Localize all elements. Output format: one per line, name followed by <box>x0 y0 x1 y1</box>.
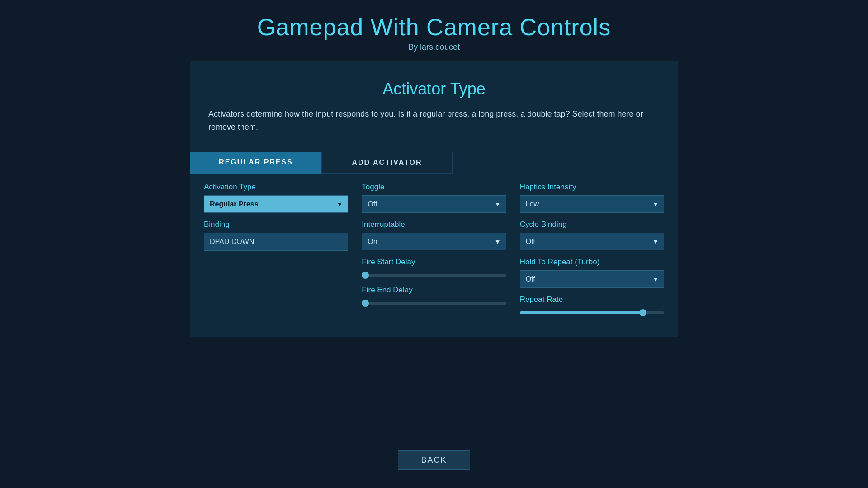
fire-start-delay-slider[interactable] <box>362 274 506 277</box>
repeat-rate-label: Repeat Rate <box>520 295 664 304</box>
binding-group: Binding DPAD DOWN <box>204 220 348 251</box>
activator-description: Activators determine how the input respo… <box>208 108 660 134</box>
cycle-binding-select-wrapper: Off On ▼ <box>520 233 664 250</box>
interruptable-group: Interruptable Off On ▼ <box>362 220 506 250</box>
fire-start-delay-slider-container <box>362 270 506 278</box>
repeat-rate-group: Repeat Rate <box>520 295 664 316</box>
toggle-select-wrapper: Off On ▼ <box>362 195 506 213</box>
page-title: Gamepad With Camera Controls <box>257 14 611 41</box>
fire-end-delay-slider-container <box>362 298 506 306</box>
interruptable-select-wrapper: Off On ▼ <box>362 233 506 250</box>
haptics-intensity-label: Haptics Intensity <box>520 183 664 192</box>
col-2: Toggle Off On ▼ Interruptable Off <box>362 183 506 323</box>
fire-start-delay-label: Fire Start Delay <box>362 258 506 267</box>
binding-label: Binding <box>204 220 348 229</box>
tab-add-activator[interactable]: ADD ACTIVATOR <box>321 152 453 174</box>
haptics-intensity-select-wrapper: Off Low Medium High ▼ <box>520 195 664 213</box>
back-button-area: BACK <box>0 450 868 470</box>
haptics-intensity-group: Haptics Intensity Off Low Medium High ▼ <box>520 183 664 213</box>
cycle-binding-group: Cycle Binding Off On ▼ <box>520 220 664 250</box>
tabs-row: REGULAR PRESS ADD ACTIVATOR <box>190 152 678 174</box>
fire-start-delay-group: Fire Start Delay <box>362 258 506 278</box>
activation-type-label: Activation Type <box>204 183 348 192</box>
activation-type-select-wrapper: Regular Press Long Press Double Tap Chor… <box>204 195 348 213</box>
description-area: Activator Type Activators determine how … <box>190 61 678 152</box>
activation-type-select[interactable]: Regular Press Long Press Double Tap Chor… <box>204 195 348 213</box>
tab-regular-press[interactable]: REGULAR PRESS <box>190 152 321 174</box>
controls-area: Activation Type Regular Press Long Press… <box>190 174 678 337</box>
repeat-rate-slider-container <box>520 308 664 316</box>
hold-to-repeat-select-wrapper: Off On ▼ <box>520 270 664 288</box>
fire-end-delay-slider[interactable] <box>362 302 506 305</box>
toggle-group: Toggle Off On ▼ <box>362 183 506 213</box>
col-1: Activation Type Regular Press Long Press… <box>204 183 348 323</box>
cycle-binding-label: Cycle Binding <box>520 220 664 229</box>
activation-type-group: Activation Type Regular Press Long Press… <box>204 183 348 213</box>
hold-to-repeat-select[interactable]: Off On <box>520 270 664 288</box>
repeat-rate-slider[interactable] <box>520 311 664 314</box>
hold-to-repeat-label: Hold To Repeat (Turbo) <box>520 258 664 267</box>
toggle-label: Toggle <box>362 183 506 192</box>
binding-value: DPAD DOWN <box>204 233 348 251</box>
page-subtitle: By lars.doucet <box>257 42 611 52</box>
interruptable-label: Interruptable <box>362 220 506 229</box>
cycle-binding-select[interactable]: Off On <box>520 233 664 250</box>
fire-end-delay-group: Fire End Delay <box>362 286 506 306</box>
fire-end-delay-label: Fire End Delay <box>362 286 506 295</box>
activator-section-title: Activator Type <box>208 80 660 99</box>
haptics-intensity-select[interactable]: Off Low Medium High <box>520 195 664 213</box>
interruptable-select[interactable]: Off On <box>362 233 506 250</box>
main-panel: Activator Type Activators determine how … <box>190 61 678 337</box>
header: Gamepad With Camera Controls By lars.dou… <box>257 0 611 56</box>
hold-to-repeat-group: Hold To Repeat (Turbo) Off On ▼ <box>520 258 664 288</box>
back-button[interactable]: BACK <box>398 450 470 470</box>
col-3: Haptics Intensity Off Low Medium High ▼ … <box>520 183 664 323</box>
toggle-select[interactable]: Off On <box>362 195 506 213</box>
